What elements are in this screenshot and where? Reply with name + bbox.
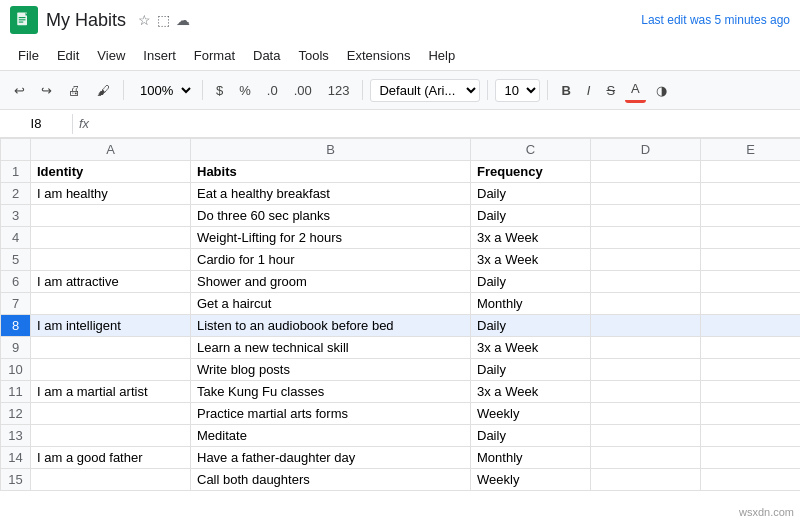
undo-button[interactable]: ↩ [8, 79, 31, 102]
menu-data[interactable]: Data [245, 45, 288, 66]
cell-9-C[interactable]: 3x a Week [471, 337, 591, 359]
cell-11-D[interactable] [591, 381, 701, 403]
menu-insert[interactable]: Insert [135, 45, 184, 66]
cell-8-C[interactable]: Daily [471, 315, 591, 337]
font-size-select[interactable]: 10 [495, 79, 540, 102]
last-edit-text[interactable]: Last edit was 5 minutes ago [641, 13, 790, 27]
col-header-d[interactable]: D [591, 139, 701, 161]
table-row[interactable]: 5Cardio for 1 hour3x a Week [1, 249, 801, 271]
cell-1-B[interactable]: Habits [191, 161, 471, 183]
cell-4-B[interactable]: Weight-Lifting for 2 hours [191, 227, 471, 249]
cell-15-C[interactable]: Weekly [471, 469, 591, 491]
table-row[interactable]: 15Call both daughtersWeekly [1, 469, 801, 491]
cell-7-A[interactable] [31, 293, 191, 315]
table-row[interactable]: 14I am a good fatherHave a father-daught… [1, 447, 801, 469]
cell-6-A[interactable]: I am attractive [31, 271, 191, 293]
cell-7-E[interactable] [701, 293, 801, 315]
cell-7-D[interactable] [591, 293, 701, 315]
formula-input[interactable] [95, 116, 794, 131]
col-header-e[interactable]: E [701, 139, 801, 161]
table-row[interactable]: 12Practice martial arts formsWeekly [1, 403, 801, 425]
cell-11-A[interactable]: I am a martial artist [31, 381, 191, 403]
cell-13-B[interactable]: Meditate [191, 425, 471, 447]
currency-button[interactable]: $ [210, 79, 229, 102]
cell-10-A[interactable] [31, 359, 191, 381]
cell-4-E[interactable] [701, 227, 801, 249]
document-title[interactable]: My Habits [46, 10, 126, 31]
italic-button[interactable]: I [581, 79, 597, 102]
cell-7-B[interactable]: Get a haircut [191, 293, 471, 315]
cell-15-A[interactable] [31, 469, 191, 491]
menu-help[interactable]: Help [420, 45, 463, 66]
cell-12-E[interactable] [701, 403, 801, 425]
table-row[interactable]: 2I am healthyEat a healthy breakfastDail… [1, 183, 801, 205]
cell-2-A[interactable]: I am healthy [31, 183, 191, 205]
cell-11-C[interactable]: 3x a Week [471, 381, 591, 403]
more-formats-button[interactable]: 123 [322, 79, 356, 102]
text-color-button[interactable]: A [625, 77, 646, 103]
cell-12-D[interactable] [591, 403, 701, 425]
table-row[interactable]: 6I am attractiveShower and groomDaily [1, 271, 801, 293]
cell-14-C[interactable]: Monthly [471, 447, 591, 469]
cell-12-A[interactable] [31, 403, 191, 425]
cell-10-C[interactable]: Daily [471, 359, 591, 381]
cell-3-C[interactable]: Daily [471, 205, 591, 227]
cell-15-B[interactable]: Call both daughters [191, 469, 471, 491]
cell-15-D[interactable] [591, 469, 701, 491]
cloud-icon[interactable]: ☁ [176, 12, 190, 28]
cell-1-E[interactable] [701, 161, 801, 183]
cell-14-B[interactable]: Have a father-daughter day [191, 447, 471, 469]
cell-1-D[interactable] [591, 161, 701, 183]
folder-icon[interactable]: ⬚ [157, 12, 170, 28]
table-row[interactable]: 4Weight-Lifting for 2 hours3x a Week [1, 227, 801, 249]
cell-8-B[interactable]: Listen to an audiobook before bed [191, 315, 471, 337]
redo-button[interactable]: ↪ [35, 79, 58, 102]
strikethrough-button[interactable]: S [600, 79, 621, 102]
percent-button[interactable]: % [233, 79, 257, 102]
cell-10-D[interactable] [591, 359, 701, 381]
menu-edit[interactable]: Edit [49, 45, 87, 66]
table-row[interactable]: 3Do three 60 sec planksDaily [1, 205, 801, 227]
cell-5-A[interactable] [31, 249, 191, 271]
cell-5-E[interactable] [701, 249, 801, 271]
cell-3-A[interactable] [31, 205, 191, 227]
table-row[interactable]: 1IdentityHabitsFrequency [1, 161, 801, 183]
cell-1-C[interactable]: Frequency [471, 161, 591, 183]
cell-1-A[interactable]: Identity [31, 161, 191, 183]
zoom-select[interactable]: 100% [131, 79, 195, 102]
cell-5-C[interactable]: 3x a Week [471, 249, 591, 271]
cell-5-B[interactable]: Cardio for 1 hour [191, 249, 471, 271]
cell-4-D[interactable] [591, 227, 701, 249]
col-header-a[interactable]: A [31, 139, 191, 161]
cell-11-E[interactable] [701, 381, 801, 403]
cell-12-B[interactable]: Practice martial arts forms [191, 403, 471, 425]
cell-14-D[interactable] [591, 447, 701, 469]
cell-13-E[interactable] [701, 425, 801, 447]
cell-2-E[interactable] [701, 183, 801, 205]
cell-4-A[interactable] [31, 227, 191, 249]
cell-6-E[interactable] [701, 271, 801, 293]
cell-13-A[interactable] [31, 425, 191, 447]
table-row[interactable]: 8I am intelligentListen to an audiobook … [1, 315, 801, 337]
bold-button[interactable]: B [555, 79, 576, 102]
cell-9-E[interactable] [701, 337, 801, 359]
menu-format[interactable]: Format [186, 45, 243, 66]
cell-7-C[interactable]: Monthly [471, 293, 591, 315]
table-row[interactable]: 13MeditateDaily [1, 425, 801, 447]
cell-14-E[interactable] [701, 447, 801, 469]
highlight-button[interactable]: ◑ [650, 79, 673, 102]
cell-12-C[interactable]: Weekly [471, 403, 591, 425]
cell-6-B[interactable]: Shower and groom [191, 271, 471, 293]
cell-5-D[interactable] [591, 249, 701, 271]
cell-8-D[interactable] [591, 315, 701, 337]
table-row[interactable]: 11I am a martial artistTake Kung Fu clas… [1, 381, 801, 403]
cell-15-E[interactable] [701, 469, 801, 491]
cell-11-B[interactable]: Take Kung Fu classes [191, 381, 471, 403]
cell-6-D[interactable] [591, 271, 701, 293]
cell-13-D[interactable] [591, 425, 701, 447]
cell-3-D[interactable] [591, 205, 701, 227]
table-row[interactable]: 9Learn a new technical skill3x a Week [1, 337, 801, 359]
menu-file[interactable]: File [10, 45, 47, 66]
table-row[interactable]: 7Get a haircutMonthly [1, 293, 801, 315]
menu-tools[interactable]: Tools [290, 45, 336, 66]
